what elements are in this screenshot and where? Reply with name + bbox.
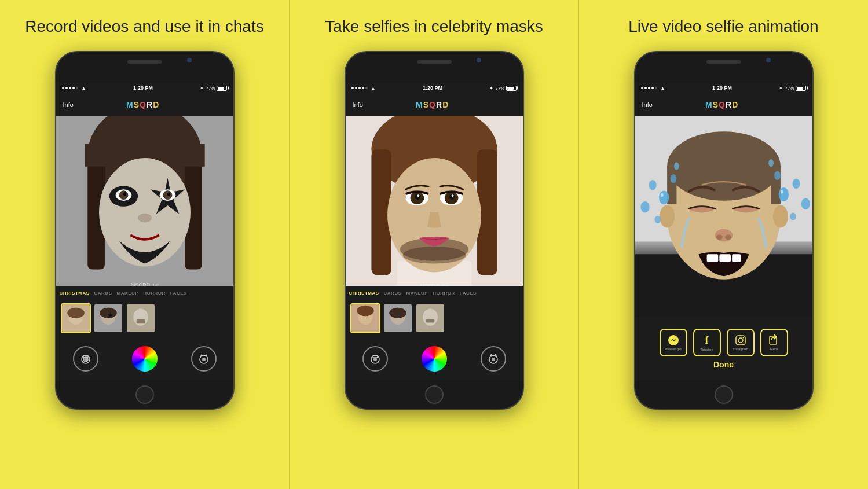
svg-rect-76 xyxy=(732,255,741,262)
phone-camera-1 xyxy=(187,58,192,62)
info-label-1[interactable]: Info xyxy=(63,101,74,108)
svg-rect-28 xyxy=(83,355,88,358)
dot2-4 xyxy=(362,87,364,89)
photo-btn-1[interactable] xyxy=(73,346,98,372)
dot4 xyxy=(72,87,75,89)
share-panel-3: Messenger f Timeline Instag xyxy=(635,317,812,381)
svg-point-82 xyxy=(778,187,788,201)
mask-thumb-1-2[interactable] xyxy=(93,303,123,333)
color-btn-2[interactable] xyxy=(422,346,447,372)
messenger-btn[interactable]: Messenger xyxy=(660,329,687,356)
mask-row-2 xyxy=(346,300,523,337)
instagram-label: Instagram xyxy=(733,347,748,351)
cat-horror-1[interactable]: HORROR xyxy=(143,291,166,296)
panel-record-videos: Record videos and use it in chats ▲ xyxy=(0,0,289,489)
phone-screen-1: ▲ 1:20 PM ✦ 77% Info MSQRD xyxy=(56,82,233,381)
svg-point-85 xyxy=(801,198,810,210)
info-label-2[interactable]: Info xyxy=(353,101,363,108)
cat-makeup-1[interactable]: MAKEUP xyxy=(117,291,139,296)
flip-icon-1 xyxy=(197,352,210,365)
dot2 xyxy=(65,87,68,89)
mask-thumb-1-1[interactable] xyxy=(61,303,91,333)
svg-point-51 xyxy=(357,306,374,316)
mask-thumb-2-3[interactable] xyxy=(415,303,445,333)
svg-point-5 xyxy=(99,158,191,267)
phone-top-2 xyxy=(346,52,523,82)
status-time-1: 1:20 PM xyxy=(133,85,153,91)
svg-point-45 xyxy=(451,195,453,197)
photo-btn-2[interactable] xyxy=(362,346,388,372)
thumb-svg-1 xyxy=(62,304,90,332)
svg-point-29 xyxy=(84,358,87,361)
more-btn[interactable]: More xyxy=(760,329,788,356)
status-time-2: 1:20 PM xyxy=(423,85,442,91)
battery-fill-3 xyxy=(797,87,803,90)
cat-faces-1[interactable]: FACES xyxy=(170,291,187,296)
home-button-2[interactable] xyxy=(425,385,444,404)
dot3-3 xyxy=(648,87,650,89)
signal-dots-1 xyxy=(62,87,78,89)
dot3-4 xyxy=(651,87,654,89)
done-button[interactable]: Done xyxy=(713,360,734,369)
timeline-btn[interactable]: f Timeline xyxy=(693,329,721,356)
logo-m: M xyxy=(126,100,134,109)
messenger-icon xyxy=(668,334,679,346)
bluetooth-icon-2: ✦ xyxy=(489,86,493,91)
svg-point-18 xyxy=(67,308,85,318)
home-button-3[interactable] xyxy=(715,385,733,404)
cat-christmas-2[interactable]: CHRISTMAS xyxy=(349,291,379,296)
cat-cards-1[interactable]: CARDS xyxy=(94,291,112,296)
svg-point-81 xyxy=(654,216,661,223)
svg-point-86 xyxy=(790,213,796,220)
cat-cards-2[interactable]: CARDS xyxy=(384,291,402,296)
flip-btn-2[interactable] xyxy=(481,346,506,372)
battery-fill-2 xyxy=(507,87,514,90)
camera-view-3 xyxy=(635,116,812,317)
camera-view-1: MSQRD.me xyxy=(56,116,233,286)
app-header-3: Info MSQRD xyxy=(635,94,812,116)
phone-speaker-3 xyxy=(706,60,741,64)
dot2-3 xyxy=(358,87,361,89)
status-bar-2: ▲ 1:20 PM ✦ 77% xyxy=(346,82,523,94)
svg-point-59 xyxy=(373,358,377,361)
wifi-icon-2: ▲ xyxy=(371,86,376,91)
dot3 xyxy=(69,87,71,89)
dot5 xyxy=(76,87,78,89)
category-tabs-1: CHRISTMAS CARDS MAKEUP HORROR FACES xyxy=(56,286,233,300)
svg-point-77 xyxy=(658,191,668,205)
signal-dots-3 xyxy=(641,87,657,89)
status-left-3: ▲ xyxy=(641,86,665,91)
cat-makeup-2[interactable]: MAKEUP xyxy=(406,291,428,296)
camera-view-2: MSQRD.me xyxy=(346,116,523,286)
crying-face-svg xyxy=(635,116,812,317)
mask-thumb-2-1[interactable] xyxy=(350,303,380,333)
flip-icon-2 xyxy=(487,352,500,365)
home-button-1[interactable] xyxy=(135,385,154,404)
status-right-3: ✦ 77% xyxy=(779,86,806,91)
mask-thumb-2-2[interactable] xyxy=(383,303,413,333)
svg-rect-57 xyxy=(426,319,434,323)
svg-point-79 xyxy=(670,175,676,183)
svg-rect-74 xyxy=(706,255,718,262)
cat-horror-2[interactable]: HORROR xyxy=(433,291,455,296)
cat-christmas-1[interactable]: CHRISTMAS xyxy=(60,291,90,296)
svg-rect-25 xyxy=(136,319,145,323)
color-btn-1[interactable] xyxy=(132,346,158,372)
thumb-svg-2 xyxy=(94,304,122,332)
flip-btn-1[interactable] xyxy=(191,346,217,372)
svg-text:MSQRD.me: MSQRD.me xyxy=(420,283,448,286)
svg-rect-60 xyxy=(373,355,378,358)
dot2-5 xyxy=(365,87,368,89)
panel-selfie-masks: Take selfies in celebrity masks ▲ xyxy=(290,0,578,489)
svg-point-83 xyxy=(792,179,800,189)
instagram-btn[interactable]: Instagram xyxy=(727,329,755,356)
logo-q: Q xyxy=(140,100,147,109)
svg-rect-92 xyxy=(736,336,745,345)
dot3-1 xyxy=(641,87,643,89)
svg-point-88 xyxy=(768,159,774,167)
cat-faces-2[interactable]: FACES xyxy=(460,291,477,296)
mask-thumb-1-3[interactable] xyxy=(126,303,156,333)
dot3-5 xyxy=(655,87,657,89)
category-tabs-2: CHRISTMAS CARDS MAKEUP HORROR FACES xyxy=(346,286,523,300)
info-label-3[interactable]: Info xyxy=(642,101,653,108)
